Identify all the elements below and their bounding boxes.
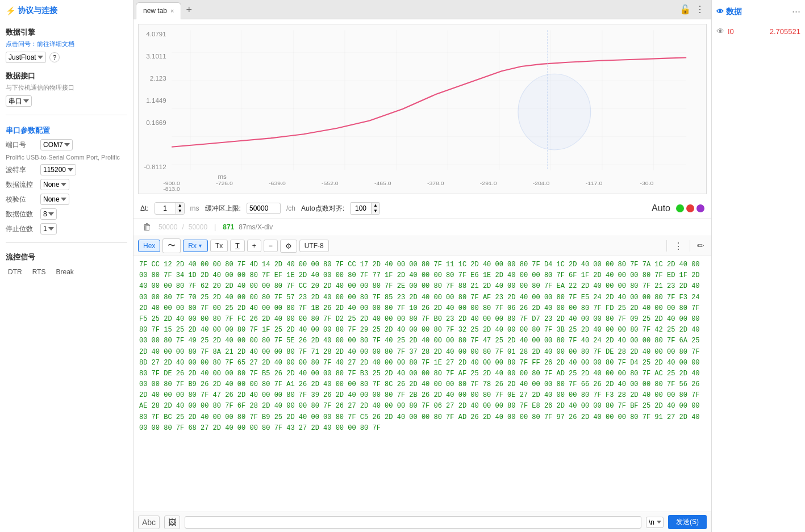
chart-container[interactable]: 4.0791 3.1011 2.123 1.1449 0.1669 -0.811… [138,24,707,194]
format-button[interactable]: T [230,240,244,252]
sidebar-divider-1 [6,115,127,115]
plus-button[interactable]: + [247,240,261,252]
flow-select[interactable]: None [40,179,69,190]
baud-select[interactable]: 115200 [40,164,76,175]
newline-select[interactable]: \n [646,517,664,528]
tab-close-button[interactable]: × [170,8,174,14]
parity-label: 校验位 [6,195,37,204]
break-button[interactable]: Break [53,267,76,277]
hex-mode-button[interactable]: Hex [138,240,160,252]
counter2: 50000 [189,223,207,231]
svg-text:-117.0: -117.0 [586,180,603,186]
minus-button[interactable]: − [264,240,278,252]
encoding-button[interactable]: UTF-8 [299,240,329,252]
protocol-icon: ⚡ [6,6,15,15]
databits-label: 数据位数 [6,210,37,219]
interface-desc: 与下位机通信的物理接口 [6,83,127,92]
trash-button[interactable]: 🗑 [140,221,154,233]
svg-text:-204.0: -204.0 [533,180,550,186]
right-panel-title: 👁 数据 [716,7,742,17]
delta-t-label: Δt: [140,204,149,212]
main-area: new tab × + 🔓 ⋮ 4.0791 3.1011 2.123 1.14… [134,0,711,532]
auto-align-input[interactable] [351,203,371,213]
port-select[interactable]: COM7 [40,139,73,150]
svg-text:-639.0: -639.0 [269,180,286,186]
tx-button[interactable]: Tx [210,240,228,252]
svg-point-21 [518,74,591,150]
color-dot-purple[interactable] [696,204,704,212]
color-dot-red[interactable] [686,204,694,212]
bottom-bar: Abc 🖼 \n 发送(S) [134,512,711,532]
engine-hint[interactable]: 点击问号：前往详细文档 [6,40,127,48]
svg-text:4.0791: 4.0791 [146,31,166,37]
hex-data-area[interactable]: 7F CC 12 2D 40 00 00 80 7F 4D 14 2D 40 0… [134,256,711,512]
svg-text:0.1669: 0.1669 [146,119,166,125]
data-item-value-i0: 2.705521 [770,27,800,36]
svg-text:-30.0: -30.0 [640,180,654,186]
image-button[interactable]: 🖼 [164,516,180,529]
baud-label: 波特率 [6,165,37,175]
more-hex-options-button[interactable]: ⋮ [671,240,685,253]
engine-help-button[interactable]: ? [49,52,60,62]
databits-select[interactable]: 8 [40,208,57,220]
tab-label: new tab [143,7,167,15]
plugin-button[interactable]: ⚙ [280,240,297,253]
hex-content: 7F CC 12 2D 40 00 00 80 7F 4D 14 2D 40 0… [139,261,700,432]
buffer-label: 缓冲区上限: [205,204,241,213]
svg-text:-900.0: -900.0 [163,180,180,186]
right-panel-more-button[interactable]: ··· [792,6,800,18]
abc-button[interactable]: Abc [138,516,160,529]
chart-svg: 4.0791 3.1011 2.123 1.1449 0.1669 -0.811… [139,24,706,194]
wave-button[interactable]: 〜 [162,238,181,253]
svg-text:ms: ms [218,174,227,180]
pipe-sep: | [212,223,218,231]
data-item-i0: 👁 I0 2.705521 [716,24,800,38]
tab-add-button[interactable]: + [181,5,197,15]
auto-text: Auto [652,203,670,213]
send-input[interactable] [185,516,641,529]
delta-t-spinner[interactable]: ▲ ▼ [155,202,185,215]
toolbar-separator [666,240,667,252]
rate-display: 87ms/X-div [239,223,273,231]
port-desc: Prolific USB-to-Serial Comm Port, Prolif… [6,154,127,161]
rts-button[interactable]: RTS [30,267,48,277]
svg-text:-291.0: -291.0 [480,180,497,186]
counter-sep: / [182,223,183,231]
auto-align-label: Auto点数对齐: [301,204,344,213]
data-item-label-i0: I0 [728,27,734,36]
watch-icon: 👁 [716,7,724,16]
lock-icon-button[interactable]: 🔓 [679,4,691,15]
stopbits-select[interactable]: 1 [40,223,57,234]
svg-text:3.1011: 3.1011 [146,53,166,59]
auto-align-spinner[interactable]: ▲ ▼ [350,202,380,215]
auto-align-up[interactable]: ▲ [371,203,379,208]
svg-text:1.1449: 1.1449 [146,97,166,103]
port-section-title: 串口参数配置 [6,125,127,136]
delta-t-input[interactable] [155,203,176,213]
svg-text:-378.0: -378.0 [427,180,444,186]
hex-toolbar: Hex 〜 Rx ▼ Tx T + − ⚙ UTF-8 ⋮ ✏ [134,236,711,256]
tab-bar: new tab × + 🔓 ⋮ [134,0,711,19]
interface-select[interactable]: 串口 [6,95,32,107]
send-button[interactable]: 发送(S) [668,515,707,529]
rx-button[interactable]: Rx ▼ [183,240,208,252]
svg-text:-726.0: -726.0 [216,180,233,186]
engine-type-select[interactable]: JustFloat [6,52,46,63]
svg-text:-552.0: -552.0 [322,180,339,186]
sidebar-title: ⚡ 协议与连接 [6,6,127,16]
signal-label: 流控信号 [6,252,127,262]
delta-t-down[interactable]: ▼ [176,208,184,214]
auto-align-down[interactable]: ▼ [371,208,379,214]
parity-select[interactable]: None [40,194,69,205]
tab-actions: 🔓 ⋮ [679,4,709,15]
dtr-button[interactable]: DTR [6,267,24,277]
flow-label: 数据流控 [6,180,37,190]
more-options-button[interactable]: ⋮ [695,4,704,15]
buffer-input[interactable] [247,203,281,214]
right-panel: 👁 数据 ··· 👁 I0 2.705521 [711,0,805,532]
color-dot-green[interactable] [676,204,684,212]
signal-row: DTR RTS Break [6,267,127,277]
delta-t-up[interactable]: ▲ [176,203,184,208]
clear-hex-button[interactable]: ✏ [695,240,707,252]
main-tab[interactable]: new tab × [136,2,181,19]
